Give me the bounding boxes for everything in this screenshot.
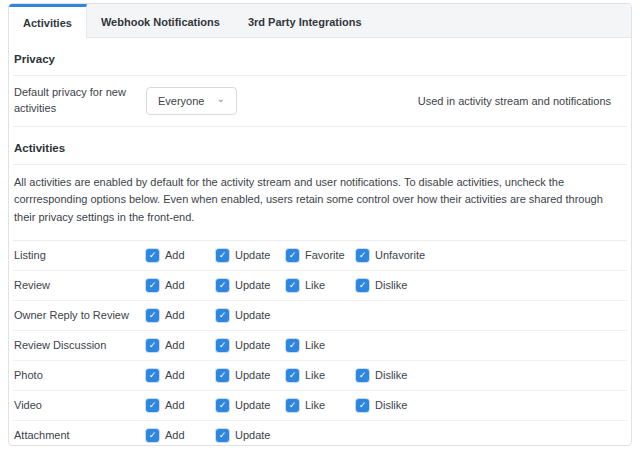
checkbox-checked-icon[interactable]: ✓	[216, 369, 229, 382]
checkbox-label: Add	[165, 339, 185, 351]
checkbox-checked-icon[interactable]: ✓	[146, 429, 159, 442]
activities-description: All activities are enabled by default fo…	[13, 165, 627, 240]
checkbox-label: Update	[235, 309, 270, 321]
activities-tab-content: Privacy Default privacy for new activiti…	[9, 38, 631, 446]
activity-option-add[interactable]: ✓Add	[146, 339, 216, 352]
activities-rows: Listing✓Add✓Update✓Favorite✓UnfavoriteRe…	[13, 241, 627, 446]
checkbox-checked-icon[interactable]: ✓	[286, 279, 299, 292]
activity-row: Review✓Add✓Update✓Like✓Dislike	[13, 271, 627, 301]
checkbox-checked-icon[interactable]: ✓	[216, 249, 229, 262]
tab-webhook-notifications[interactable]: Webhook Notifications	[87, 4, 234, 37]
default-privacy-row: Default privacy for new activities Every…	[13, 76, 627, 126]
activity-option-add[interactable]: ✓Add	[146, 249, 216, 262]
checkbox-checked-icon[interactable]: ✓	[356, 279, 369, 292]
checkbox-label: Update	[235, 429, 270, 441]
checkbox-checked-icon[interactable]: ✓	[356, 369, 369, 382]
checkbox-label: Like	[305, 369, 325, 381]
activity-option-like[interactable]: ✓Like	[286, 339, 356, 352]
checkbox-checked-icon[interactable]: ✓	[216, 339, 229, 352]
checkbox-checked-icon[interactable]: ✓	[356, 249, 369, 262]
activity-option-update[interactable]: ✓Update	[216, 249, 286, 262]
tab-3rd-party-integrations[interactable]: 3rd Party Integrations	[234, 4, 376, 37]
checkbox-label: Dislike	[375, 369, 407, 381]
tab-activities[interactable]: Activities	[9, 4, 87, 38]
checkbox-label: Unfavorite	[375, 249, 425, 261]
tab-bar: ActivitiesWebhook Notifications3rd Party…	[9, 4, 631, 38]
activity-option-add[interactable]: ✓Add	[146, 309, 216, 322]
activity-option-update[interactable]: ✓Update	[216, 339, 286, 352]
checkbox-checked-icon[interactable]: ✓	[146, 279, 159, 292]
checkbox-label: Update	[235, 339, 270, 351]
checkbox-label: Update	[235, 249, 270, 261]
checkbox-label: Add	[165, 369, 185, 381]
activity-row-label: Review Discussion	[13, 339, 146, 351]
default-privacy-select-value: Everyone	[158, 95, 204, 107]
activity-row-label: Attachment	[13, 429, 146, 441]
checkbox-checked-icon[interactable]: ✓	[286, 339, 299, 352]
activity-option-like[interactable]: ✓Like	[286, 279, 356, 292]
activity-option-like[interactable]: ✓Like	[286, 399, 356, 412]
activity-option-update[interactable]: ✓Update	[216, 279, 286, 292]
activity-row: Review Discussion✓Add✓Update✓Like	[13, 331, 627, 361]
checkbox-label: Dislike	[375, 279, 407, 291]
activity-row: Attachment✓Add✓Update	[13, 421, 627, 446]
checkbox-checked-icon[interactable]: ✓	[286, 369, 299, 382]
checkbox-checked-icon[interactable]: ✓	[146, 249, 159, 262]
checkbox-checked-icon[interactable]: ✓	[146, 309, 159, 322]
activity-option-add[interactable]: ✓Add	[146, 369, 216, 382]
activity-row-label: Owner Reply to Review	[13, 309, 146, 321]
activity-option-favorite[interactable]: ✓Favorite	[286, 249, 356, 262]
activity-row-label: Listing	[13, 249, 146, 261]
checkbox-label: Dislike	[375, 399, 407, 411]
checkbox-label: Like	[305, 399, 325, 411]
activity-option-update[interactable]: ✓Update	[216, 369, 286, 382]
checkbox-checked-icon[interactable]: ✓	[216, 279, 229, 292]
activity-option-add[interactable]: ✓Add	[146, 399, 216, 412]
default-privacy-select[interactable]: Everyone ⌄	[146, 87, 237, 115]
activity-row: Photo✓Add✓Update✓Like✓Dislike	[13, 361, 627, 391]
activities-section-heading: Activities	[13, 127, 627, 164]
activity-row-label: Video	[13, 399, 146, 411]
checkbox-label: Add	[165, 399, 185, 411]
checkbox-label: Like	[305, 279, 325, 291]
checkbox-checked-icon[interactable]: ✓	[146, 339, 159, 352]
activity-option-add[interactable]: ✓Add	[146, 279, 216, 292]
activity-option-update[interactable]: ✓Update	[216, 309, 286, 322]
activity-option-dislike[interactable]: ✓Dislike	[356, 369, 426, 382]
activity-option-add[interactable]: ✓Add	[146, 429, 216, 442]
checkbox-checked-icon[interactable]: ✓	[286, 399, 299, 412]
checkbox-label: Add	[165, 279, 185, 291]
activity-row-label: Review	[13, 279, 146, 291]
default-privacy-note: Used in activity stream and notification…	[418, 95, 627, 107]
checkbox-checked-icon[interactable]: ✓	[146, 369, 159, 382]
checkbox-checked-icon[interactable]: ✓	[216, 309, 229, 322]
checkbox-checked-icon[interactable]: ✓	[216, 399, 229, 412]
default-privacy-label: Default privacy for new activities	[13, 85, 146, 117]
checkbox-label: Favorite	[305, 249, 345, 261]
checkbox-label: Add	[165, 249, 185, 261]
checkbox-checked-icon[interactable]: ✓	[356, 399, 369, 412]
activity-row-label: Photo	[13, 369, 146, 381]
activity-option-update[interactable]: ✓Update	[216, 399, 286, 412]
checkbox-checked-icon[interactable]: ✓	[146, 399, 159, 412]
activity-row: Listing✓Add✓Update✓Favorite✓Unfavorite	[13, 241, 627, 271]
activity-option-update[interactable]: ✓Update	[216, 429, 286, 442]
checkbox-checked-icon[interactable]: ✓	[216, 429, 229, 442]
checkbox-label: Update	[235, 399, 270, 411]
chevron-down-icon: ⌄	[216, 96, 224, 102]
activity-row: Video✓Add✓Update✓Like✓Dislike	[13, 391, 627, 421]
activity-row: Owner Reply to Review✓Add✓Update	[13, 301, 627, 331]
checkbox-label: Add	[165, 429, 185, 441]
checkbox-label: Update	[235, 279, 270, 291]
settings-panel: ActivitiesWebhook Notifications3rd Party…	[8, 3, 632, 446]
checkbox-label: Add	[165, 309, 185, 321]
checkbox-label: Update	[235, 369, 270, 381]
checkbox-label: Like	[305, 339, 325, 351]
activity-option-unfavorite[interactable]: ✓Unfavorite	[356, 249, 426, 262]
activity-option-dislike[interactable]: ✓Dislike	[356, 279, 426, 292]
checkbox-checked-icon[interactable]: ✓	[286, 249, 299, 262]
activity-option-like[interactable]: ✓Like	[286, 369, 356, 382]
privacy-section-heading: Privacy	[13, 38, 627, 75]
activity-option-dislike[interactable]: ✓Dislike	[356, 399, 426, 412]
